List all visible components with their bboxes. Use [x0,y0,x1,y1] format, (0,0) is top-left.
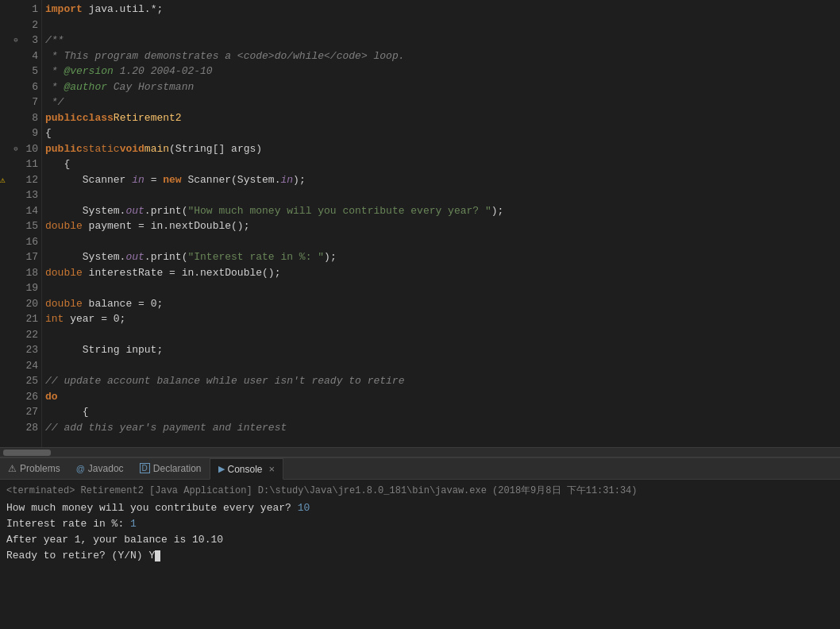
code-line-3: /** [45,33,840,48]
line-num-row-23: 23 [0,342,41,358]
console-input-2: 1 [130,518,137,530]
line-number-15: 15 [22,220,38,232]
line-number-14: 14 [22,205,38,217]
line-number-6: 6 [22,81,38,93]
code-line-1: import java.util.*; [45,2,840,17]
code-line-11: { [45,156,840,172]
line-num-row-20: 20 [0,296,41,312]
line-num-row-8: 8 [0,110,41,126]
line-num-row-15: 15 [0,218,41,234]
warning-icon-12: ⚠ [0,175,10,185]
editor-horizontal-scrollbar[interactable] [0,447,840,457]
line-num-row-6: 6 [0,79,41,95]
line-num-row-21: 21 [0,311,41,327]
code-line-13 [45,187,840,203]
line-number-19: 19 [22,282,38,294]
code-line-4: * This program demonstrates a <code>do/w… [45,48,840,64]
line-num-row-14: 14 [0,203,41,219]
code-line-21: int year = 0; [45,311,840,327]
line-number-23: 23 [22,344,38,356]
console-line-4: Ready to retire? (Y/N) Y [6,548,834,564]
tab-console[interactable]: ▶ Console × [210,458,284,480]
line-num-row-1: 1 [0,2,41,17]
line-num-row-11: 11 [0,156,41,172]
line-number-28: 28 [22,422,38,434]
tab-declaration[interactable]: D Declaration [132,457,210,479]
panel-tabs-bar: ⚠ Problems @ Javadoc D Declaration ▶ Con… [0,458,840,480]
line-num-row-3: ⊖3 [0,33,41,48]
line-number-9: 9 [22,127,38,139]
line-num-row-4: 4 [0,48,41,64]
line-num-row-16: 16 [0,234,41,250]
line-num-row-17: 17 [0,249,41,265]
code-line-27: { [45,404,840,420]
line-number-12: 12 [22,174,38,186]
line-num-row-5: 5 [0,64,41,79]
console-line-2: Interest rate in %: 1 [6,516,834,532]
console-output-area[interactable]: <terminated> Retirement2 [Java Applicati… [0,480,840,629]
code-line-20: double balance = 0; [45,296,840,312]
code-line-15: double payment = in.nextDouble(); [45,218,840,234]
console-line-3: After year 1, your balance is 10.10 [6,532,834,548]
code-line-19 [45,280,840,296]
scrollbar-thumb [3,450,51,456]
code-line-18: double interestRate = in.nextDouble(); [45,265,840,281]
console-icon: ▶ [218,464,225,474]
line-number-8: 8 [22,112,38,124]
console-terminated-line: <terminated> Retirement2 [Java Applicati… [6,483,834,499]
code-line-28: // add this year's payment and interest [45,420,840,436]
code-line-16 [45,234,840,250]
code-line-24 [45,358,840,374]
declaration-icon: D [140,463,150,473]
code-line-26: do [45,389,840,405]
console-close-icon[interactable]: × [269,463,276,475]
line-num-row-12: ⚠12 [0,172,41,188]
problems-icon: ⚠ [8,463,17,474]
line-number-17: 17 [22,251,38,263]
line-number-1: 1 [22,3,38,15]
tab-javadoc-label: Javadoc [88,463,124,474]
tab-problems[interactable]: ⚠ Problems [0,457,68,479]
code-line-17: System.out.print("Interest rate in %: ")… [45,249,840,265]
line-num-row-22: 22 [0,327,41,343]
code-line-22 [45,327,840,343]
console-line-1: How much money will you contribute every… [6,500,834,516]
code-line-2 [45,17,840,33]
code-line-9: { [45,125,840,141]
code-line-8: public class Retirement2 [45,110,840,126]
tab-console-label: Console [228,464,263,475]
tab-javadoc[interactable]: @ Javadoc [68,457,132,479]
line-num-row-19: 19 [0,280,41,296]
line-number-3: 3 [22,34,38,46]
tab-declaration-label: Declaration [153,463,202,474]
line-number-22: 22 [22,329,38,341]
editor-container: 12⊖3456789⊖1011⚠121314151617181920212223… [0,0,840,457]
line-number-2: 2 [22,19,38,31]
line-number-7: 7 [22,96,38,108]
line-num-row-25: 25 [0,373,41,389]
line-number-4: 4 [22,50,38,62]
line-number-24: 24 [22,360,38,372]
console-output-text-2: Interest rate in %: [6,518,130,530]
code-editor[interactable]: import java.util.*;/** * This program de… [42,0,840,447]
line-num-row-7: 7 [0,95,41,110]
line-number-27: 27 [22,406,38,418]
code-line-25: // update account balance while user isn… [45,373,840,389]
fold-icon-3[interactable]: ⊖ [11,36,21,44]
code-line-12: Scanner in = new Scanner(System.in); [45,172,840,188]
editor-main[interactable]: 12⊖3456789⊖1011⚠121314151617181920212223… [0,0,840,447]
line-number-20: 20 [22,298,38,310]
line-num-row-24: 24 [0,358,41,374]
code-line-6: * @author Cay Horstmann [45,79,840,95]
fold-icon-10[interactable]: ⊖ [11,145,21,153]
javadoc-icon: @ [76,464,85,473]
line-number-25: 25 [22,375,38,387]
console-output-text-1: How much money will you contribute every… [6,502,298,514]
code-line-7: */ [45,95,840,110]
line-num-row-2: 2 [0,17,41,33]
line-num-row-26: 26 [0,389,41,405]
bottom-panel: ⚠ Problems @ Javadoc D Declaration ▶ Con… [0,457,840,629]
line-num-row-18: 18 [0,265,41,281]
console-cursor [155,550,160,561]
line-number-16: 16 [22,236,38,248]
